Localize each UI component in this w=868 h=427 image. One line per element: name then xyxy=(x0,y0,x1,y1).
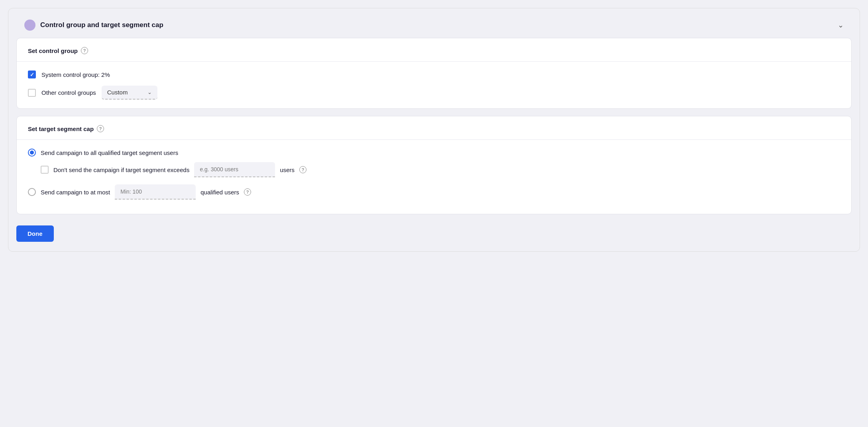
send-atmost-input[interactable] xyxy=(115,184,196,200)
exceeds-help-icon[interactable]: ? xyxy=(299,166,306,173)
target-segment-body: Send campaign to all qualified target se… xyxy=(17,140,851,214)
control-group-title: Set control group ? xyxy=(28,47,840,54)
send-atmost-radio[interactable] xyxy=(28,188,36,196)
qualified-users-suffix: qualified users xyxy=(200,189,239,196)
dont-send-checkbox[interactable] xyxy=(41,166,49,174)
system-control-group-row: System control group: 2% xyxy=(28,71,840,78)
other-control-groups-row: Other control groups Custom ⌄ xyxy=(28,86,840,100)
send-all-label: Send campaign to all qualified target se… xyxy=(41,149,178,156)
footer: Done xyxy=(16,221,852,242)
control-group-help-icon[interactable]: ? xyxy=(81,47,88,54)
other-control-groups-label: Other control groups xyxy=(41,89,96,96)
target-segment-header: Set target segment cap ? xyxy=(17,116,851,140)
custom-dropdown[interactable]: Custom ⌄ xyxy=(102,86,157,100)
dropdown-chevron-icon: ⌄ xyxy=(147,89,152,95)
section-header-left: Control group and target segment cap xyxy=(24,20,163,31)
dont-send-input[interactable] xyxy=(194,162,275,177)
control-group-card: Set control group ? System control group… xyxy=(16,38,852,109)
chevron-down-icon[interactable]: ⌄ xyxy=(838,21,844,29)
done-button[interactable]: Done xyxy=(16,225,54,242)
target-segment-title: Set target segment cap ? xyxy=(28,125,840,132)
dont-send-label: Don't send the campaign if target segmen… xyxy=(53,166,189,173)
system-control-group-checkbox[interactable] xyxy=(28,71,36,78)
users-suffix: users xyxy=(280,166,295,173)
send-all-radio-row: Send campaign to all qualified target se… xyxy=(28,149,840,157)
system-control-group-label: System control group: 2% xyxy=(41,71,110,78)
other-control-groups-checkbox[interactable] xyxy=(28,89,36,97)
dont-send-row: Don't send the campaign if target segmen… xyxy=(41,162,840,177)
main-panel: Control group and target segment cap ⌄ S… xyxy=(8,8,860,252)
send-atmost-radio-row: Send campaign to at most qualified users… xyxy=(28,184,840,200)
section-title: Control group and target segment cap xyxy=(40,21,163,29)
control-group-body: System control group: 2% Other control g… xyxy=(17,62,851,108)
section-header[interactable]: Control group and target segment cap ⌄ xyxy=(16,12,852,38)
send-all-radio[interactable] xyxy=(28,149,36,157)
atmost-help-icon[interactable]: ? xyxy=(244,188,251,196)
send-atmost-label: Send campaign to at most xyxy=(41,189,110,196)
control-group-header: Set control group ? xyxy=(17,38,851,62)
target-segment-card: Set target segment cap ? Send campaign t… xyxy=(16,116,852,214)
section-icon xyxy=(24,20,35,31)
target-segment-help-icon[interactable]: ? xyxy=(97,125,104,132)
custom-dropdown-value: Custom xyxy=(107,89,128,96)
